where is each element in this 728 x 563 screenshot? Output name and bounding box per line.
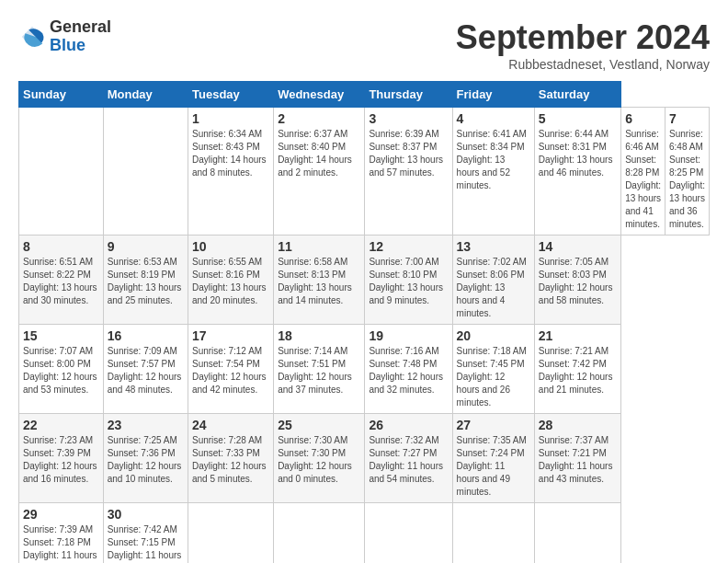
day-cell-16: 16Sunrise: 7:09 AMSunset: 7:57 PMDayligh…	[103, 325, 188, 414]
day-info-2: Sunrise: 6:37 AMSunset: 8:40 PMDaylight:…	[278, 128, 360, 179]
day-number-16: 16	[108, 328, 184, 343]
day-cell-29: 29Sunrise: 7:39 AMSunset: 7:18 PMDayligh…	[19, 503, 104, 564]
day-info-23: Sunrise: 7:25 AMSunset: 7:36 PMDaylight:…	[108, 434, 184, 486]
day-cell-26: 26Sunrise: 7:32 AMSunset: 7:27 PMDayligh…	[365, 414, 452, 503]
day-cell-19: 19Sunrise: 7:16 AMSunset: 7:48 PMDayligh…	[365, 325, 452, 414]
day-number-5: 5	[539, 111, 617, 126]
day-number-2: 2	[278, 111, 360, 126]
day-cell-15: 15Sunrise: 7:07 AMSunset: 8:00 PMDayligh…	[19, 325, 104, 414]
title-block: September 2024 Rubbestadneset, Vestland,…	[456, 18, 710, 72]
day-number-1: 1	[192, 111, 269, 126]
month-title: September 2024	[456, 18, 710, 57]
day-info-25: Sunrise: 7:30 AMSunset: 7:30 PMDaylight:…	[278, 434, 360, 486]
day-cell-8: 8Sunrise: 6:51 AMSunset: 8:22 PMDaylight…	[19, 236, 104, 325]
day-cell-7: 7Sunrise: 6:48 AMSunset: 8:25 PMDaylight…	[665, 108, 710, 236]
logo: General Blue	[18, 18, 111, 55]
day-info-17: Sunrise: 7:12 AMSunset: 7:54 PMDaylight:…	[192, 345, 269, 396]
day-info-28: Sunrise: 7:37 AMSunset: 7:21 PMDaylight:…	[539, 434, 617, 486]
day-number-20: 20	[457, 328, 530, 343]
day-cell-3: 3Sunrise: 6:39 AMSunset: 8:37 PMDaylight…	[365, 108, 452, 236]
day-cell-27: 27Sunrise: 7:35 AMSunset: 7:24 PMDayligh…	[452, 414, 534, 503]
day-number-22: 22	[23, 418, 99, 432]
day-info-21: Sunrise: 7:21 AMSunset: 7:42 PMDaylight:…	[539, 345, 617, 396]
week-row-4: 22Sunrise: 7:23 AMSunset: 7:39 PMDayligh…	[19, 414, 710, 503]
day-cell-12: 12Sunrise: 7:00 AMSunset: 8:10 PMDayligh…	[365, 236, 452, 325]
day-number-13: 13	[457, 239, 530, 254]
logo-text: General Blue	[50, 18, 111, 55]
empty-cell	[188, 503, 274, 564]
day-info-10: Sunrise: 6:55 AMSunset: 8:16 PMDaylight:…	[192, 256, 269, 307]
day-info-26: Sunrise: 7:32 AMSunset: 7:27 PMDaylight:…	[369, 434, 448, 486]
day-number-27: 27	[457, 418, 530, 432]
empty-cell	[19, 108, 104, 236]
day-cell-24: 24Sunrise: 7:28 AMSunset: 7:33 PMDayligh…	[188, 414, 274, 503]
day-number-24: 24	[192, 418, 269, 432]
day-number-19: 19	[369, 328, 448, 343]
day-number-17: 17	[192, 328, 269, 343]
day-number-8: 8	[23, 239, 99, 254]
day-info-24: Sunrise: 7:28 AMSunset: 7:33 PMDaylight:…	[192, 434, 269, 486]
day-cell-13: 13Sunrise: 7:02 AMSunset: 8:06 PMDayligh…	[452, 236, 534, 325]
weekday-header-sunday: Sunday	[19, 82, 104, 108]
day-cell-23: 23Sunrise: 7:25 AMSunset: 7:36 PMDayligh…	[103, 414, 188, 503]
day-info-1: Sunrise: 6:34 AMSunset: 8:43 PMDaylight:…	[192, 128, 269, 179]
empty-cell	[103, 108, 188, 236]
day-number-29: 29	[23, 507, 99, 522]
day-number-26: 26	[369, 418, 448, 432]
day-cell-14: 14Sunrise: 7:05 AMSunset: 8:03 PMDayligh…	[534, 236, 620, 325]
day-cell-4: 4Sunrise: 6:41 AMSunset: 8:34 PMDaylight…	[452, 108, 534, 236]
weekday-header-wednesday: Wednesday	[274, 82, 365, 108]
day-cell-28: 28Sunrise: 7:37 AMSunset: 7:21 PMDayligh…	[534, 414, 620, 503]
logo-icon	[18, 23, 46, 51]
week-row-5: 29Sunrise: 7:39 AMSunset: 7:18 PMDayligh…	[19, 503, 710, 564]
day-info-6: Sunrise: 6:46 AMSunset: 8:28 PMDaylight:…	[625, 128, 661, 231]
empty-cell	[452, 503, 534, 564]
day-cell-11: 11Sunrise: 6:58 AMSunset: 8:13 PMDayligh…	[274, 236, 365, 325]
day-number-18: 18	[278, 328, 360, 343]
day-cell-25: 25Sunrise: 7:30 AMSunset: 7:30 PMDayligh…	[274, 414, 365, 503]
weekday-header-row: SundayMondayTuesdayWednesdayThursdayFrid…	[19, 82, 710, 108]
weekday-header-friday: Friday	[452, 82, 534, 108]
day-info-14: Sunrise: 7:05 AMSunset: 8:03 PMDaylight:…	[539, 256, 617, 307]
day-number-15: 15	[23, 328, 99, 343]
day-number-10: 10	[192, 239, 269, 254]
day-number-23: 23	[108, 418, 184, 432]
day-number-3: 3	[369, 111, 448, 126]
calendar-table: SundayMondayTuesdayWednesdayThursdayFrid…	[18, 81, 710, 563]
day-cell-18: 18Sunrise: 7:14 AMSunset: 7:51 PMDayligh…	[274, 325, 365, 414]
day-number-28: 28	[539, 418, 617, 432]
day-cell-30: 30Sunrise: 7:42 AMSunset: 7:15 PMDayligh…	[103, 503, 188, 564]
day-info-12: Sunrise: 7:00 AMSunset: 8:10 PMDaylight:…	[369, 256, 448, 307]
logo-blue: Blue	[50, 37, 111, 55]
weekday-header-monday: Monday	[103, 82, 188, 108]
day-number-6: 6	[625, 111, 661, 126]
location: Rubbestadneset, Vestland, Norway	[456, 57, 710, 72]
empty-cell	[274, 503, 365, 564]
day-info-20: Sunrise: 7:18 AMSunset: 7:45 PMDaylight:…	[457, 345, 530, 409]
day-cell-20: 20Sunrise: 7:18 AMSunset: 7:45 PMDayligh…	[452, 325, 534, 414]
day-number-7: 7	[669, 111, 705, 126]
weekday-header-tuesday: Tuesday	[188, 82, 274, 108]
day-info-16: Sunrise: 7:09 AMSunset: 7:57 PMDaylight:…	[108, 345, 184, 396]
day-cell-2: 2Sunrise: 6:37 AMSunset: 8:40 PMDaylight…	[274, 108, 365, 236]
day-number-14: 14	[539, 239, 617, 254]
day-cell-10: 10Sunrise: 6:55 AMSunset: 8:16 PMDayligh…	[188, 236, 274, 325]
weekday-header-saturday: Saturday	[534, 82, 620, 108]
day-cell-5: 5Sunrise: 6:44 AMSunset: 8:31 PMDaylight…	[534, 108, 620, 236]
day-cell-22: 22Sunrise: 7:23 AMSunset: 7:39 PMDayligh…	[19, 414, 104, 503]
day-number-30: 30	[108, 507, 184, 522]
day-cell-17: 17Sunrise: 7:12 AMSunset: 7:54 PMDayligh…	[188, 325, 274, 414]
day-info-7: Sunrise: 6:48 AMSunset: 8:25 PMDaylight:…	[669, 128, 705, 231]
day-number-12: 12	[369, 239, 448, 254]
day-number-21: 21	[539, 328, 617, 343]
day-cell-9: 9Sunrise: 6:53 AMSunset: 8:19 PMDaylight…	[103, 236, 188, 325]
day-info-8: Sunrise: 6:51 AMSunset: 8:22 PMDaylight:…	[23, 256, 99, 307]
day-info-4: Sunrise: 6:41 AMSunset: 8:34 PMDaylight:…	[457, 128, 530, 192]
day-info-9: Sunrise: 6:53 AMSunset: 8:19 PMDaylight:…	[108, 256, 184, 307]
day-number-9: 9	[108, 239, 184, 254]
day-info-27: Sunrise: 7:35 AMSunset: 7:24 PMDaylight:…	[457, 434, 530, 499]
day-cell-21: 21Sunrise: 7:21 AMSunset: 7:42 PMDayligh…	[534, 325, 620, 414]
day-number-11: 11	[278, 239, 360, 254]
day-number-25: 25	[278, 418, 360, 432]
day-info-13: Sunrise: 7:02 AMSunset: 8:06 PMDaylight:…	[457, 256, 530, 320]
